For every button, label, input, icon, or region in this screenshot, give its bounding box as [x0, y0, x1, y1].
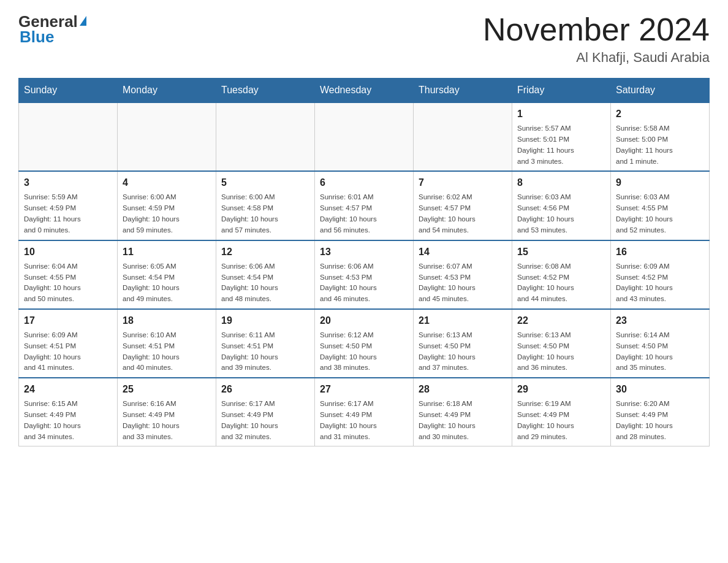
calendar-cell: 24Sunrise: 6:15 AMSunset: 4:49 PMDayligh… — [19, 378, 118, 446]
day-info: Sunrise: 6:06 AMSunset: 4:54 PMDaylight:… — [221, 261, 309, 305]
calendar-cell — [414, 102, 512, 171]
logo-blue-text: Blue — [20, 28, 54, 47]
calendar-cell: 3Sunrise: 5:59 AMSunset: 4:59 PMDaylight… — [19, 171, 118, 240]
calendar-cell: 26Sunrise: 6:17 AMSunset: 4:49 PMDayligh… — [216, 378, 315, 446]
calendar-cell: 8Sunrise: 6:03 AMSunset: 4:56 PMDaylight… — [512, 171, 611, 240]
calendar-cell — [315, 102, 414, 171]
page-header: General Blue November 2024 Al Khafji, Sa… — [18, 12, 710, 66]
day-info: Sunrise: 6:03 AMSunset: 4:55 PMDaylight:… — [616, 192, 704, 236]
day-info: Sunrise: 6:04 AMSunset: 4:55 PMDaylight:… — [24, 261, 112, 305]
day-info: Sunrise: 6:18 AMSunset: 4:49 PMDaylight:… — [419, 399, 507, 442]
title-section: November 2024 Al Khafji, Saudi Arabia — [483, 12, 710, 66]
day-info: Sunrise: 6:03 AMSunset: 4:56 PMDaylight:… — [517, 192, 605, 236]
day-number: 23 — [616, 313, 704, 328]
calendar-cell: 1Sunrise: 5:57 AMSunset: 5:01 PMDaylight… — [512, 102, 611, 171]
calendar-cell: 22Sunrise: 6:13 AMSunset: 4:50 PMDayligh… — [512, 309, 611, 378]
col-header-wednesday: Wednesday — [315, 79, 414, 103]
calendar-cell: 18Sunrise: 6:10 AMSunset: 4:51 PMDayligh… — [118, 309, 216, 378]
logo: General Blue — [18, 12, 86, 47]
calendar-cell: 14Sunrise: 6:07 AMSunset: 4:53 PMDayligh… — [414, 240, 512, 309]
day-info: Sunrise: 6:15 AMSunset: 4:49 PMDaylight:… — [24, 399, 112, 442]
day-info: Sunrise: 5:59 AMSunset: 4:59 PMDaylight:… — [24, 192, 112, 236]
day-info: Sunrise: 5:58 AMSunset: 5:00 PMDaylight:… — [616, 123, 704, 167]
calendar-cell: 11Sunrise: 6:05 AMSunset: 4:54 PMDayligh… — [118, 240, 216, 309]
calendar-cell: 21Sunrise: 6:13 AMSunset: 4:50 PMDayligh… — [414, 309, 512, 378]
day-info: Sunrise: 6:16 AMSunset: 4:49 PMDaylight:… — [123, 399, 211, 442]
day-number: 13 — [320, 245, 408, 259]
day-info: Sunrise: 6:05 AMSunset: 4:54 PMDaylight:… — [123, 261, 211, 305]
day-info: Sunrise: 6:19 AMSunset: 4:49 PMDaylight:… — [517, 399, 605, 442]
col-header-friday: Friday — [512, 79, 611, 103]
day-number: 10 — [24, 245, 112, 259]
day-info: Sunrise: 6:13 AMSunset: 4:50 PMDaylight:… — [419, 330, 507, 373]
day-number: 8 — [517, 175, 605, 190]
week-row-1: 1Sunrise: 5:57 AMSunset: 5:01 PMDaylight… — [19, 102, 710, 171]
day-number: 5 — [221, 175, 309, 190]
day-number: 28 — [419, 382, 507, 397]
day-info: Sunrise: 6:09 AMSunset: 4:51 PMDaylight:… — [24, 330, 112, 373]
day-number: 16 — [616, 245, 704, 259]
calendar-cell: 25Sunrise: 6:16 AMSunset: 4:49 PMDayligh… — [118, 378, 216, 446]
calendar-cell: 5Sunrise: 6:00 AMSunset: 4:58 PMDaylight… — [216, 171, 315, 240]
day-number: 25 — [123, 382, 211, 397]
calendar-cell: 13Sunrise: 6:06 AMSunset: 4:53 PMDayligh… — [315, 240, 414, 309]
calendar-cell — [216, 102, 315, 171]
calendar-cell: 15Sunrise: 6:08 AMSunset: 4:52 PMDayligh… — [512, 240, 611, 309]
day-info: Sunrise: 6:11 AMSunset: 4:51 PMDaylight:… — [221, 330, 309, 373]
day-number: 3 — [24, 175, 112, 190]
day-info: Sunrise: 6:17 AMSunset: 4:49 PMDaylight:… — [320, 399, 408, 442]
calendar-cell: 4Sunrise: 6:00 AMSunset: 4:59 PMDaylight… — [118, 171, 216, 240]
calendar-cell — [118, 102, 216, 171]
calendar-cell: 17Sunrise: 6:09 AMSunset: 4:51 PMDayligh… — [19, 309, 118, 378]
day-number: 2 — [616, 107, 704, 121]
day-number: 19 — [221, 313, 309, 328]
calendar-cell: 30Sunrise: 6:20 AMSunset: 4:49 PMDayligh… — [611, 378, 710, 446]
day-number: 26 — [221, 382, 309, 397]
day-number: 18 — [123, 313, 211, 328]
day-number: 27 — [320, 382, 408, 397]
calendar-cell: 9Sunrise: 6:03 AMSunset: 4:55 PMDaylight… — [611, 171, 710, 240]
day-number: 1 — [517, 107, 605, 121]
header-row: SundayMondayTuesdayWednesdayThursdayFrid… — [19, 79, 710, 103]
day-info: Sunrise: 6:07 AMSunset: 4:53 PMDaylight:… — [419, 261, 507, 305]
calendar-cell — [19, 102, 118, 171]
col-header-monday: Monday — [118, 79, 216, 103]
week-row-2: 3Sunrise: 5:59 AMSunset: 4:59 PMDaylight… — [19, 171, 710, 240]
calendar-cell: 19Sunrise: 6:11 AMSunset: 4:51 PMDayligh… — [216, 309, 315, 378]
day-info: Sunrise: 6:01 AMSunset: 4:57 PMDaylight:… — [320, 192, 408, 236]
day-number: 30 — [616, 382, 704, 397]
week-row-4: 17Sunrise: 6:09 AMSunset: 4:51 PMDayligh… — [19, 309, 710, 378]
day-info: Sunrise: 6:09 AMSunset: 4:52 PMDaylight:… — [616, 261, 704, 305]
calendar-cell: 6Sunrise: 6:01 AMSunset: 4:57 PMDaylight… — [315, 171, 414, 240]
day-number: 7 — [419, 175, 507, 190]
day-info: Sunrise: 6:00 AMSunset: 4:58 PMDaylight:… — [221, 192, 309, 236]
col-header-thursday: Thursday — [414, 79, 512, 103]
logo-triangle-icon — [80, 16, 86, 26]
day-number: 21 — [419, 313, 507, 328]
day-info: Sunrise: 6:12 AMSunset: 4:50 PMDaylight:… — [320, 330, 408, 373]
day-info: Sunrise: 6:02 AMSunset: 4:57 PMDaylight:… — [419, 192, 507, 236]
day-info: Sunrise: 6:00 AMSunset: 4:59 PMDaylight:… — [123, 192, 211, 236]
col-header-saturday: Saturday — [611, 79, 710, 103]
calendar-cell: 10Sunrise: 6:04 AMSunset: 4:55 PMDayligh… — [19, 240, 118, 309]
day-number: 29 — [517, 382, 605, 397]
day-info: Sunrise: 6:17 AMSunset: 4:49 PMDaylight:… — [221, 399, 309, 442]
location-subtitle: Al Khafji, Saudi Arabia — [483, 50, 710, 66]
day-number: 4 — [123, 175, 211, 190]
week-row-5: 24Sunrise: 6:15 AMSunset: 4:49 PMDayligh… — [19, 378, 710, 446]
day-number: 6 — [320, 175, 408, 190]
calendar-cell: 12Sunrise: 6:06 AMSunset: 4:54 PMDayligh… — [216, 240, 315, 309]
calendar-cell: 2Sunrise: 5:58 AMSunset: 5:00 PMDaylight… — [611, 102, 710, 171]
calendar-cell: 16Sunrise: 6:09 AMSunset: 4:52 PMDayligh… — [611, 240, 710, 309]
day-info: Sunrise: 6:20 AMSunset: 4:49 PMDaylight:… — [616, 399, 704, 442]
calendar-cell: 27Sunrise: 6:17 AMSunset: 4:49 PMDayligh… — [315, 378, 414, 446]
day-info: Sunrise: 6:13 AMSunset: 4:50 PMDaylight:… — [517, 330, 605, 373]
day-number: 24 — [24, 382, 112, 397]
calendar-cell: 28Sunrise: 6:18 AMSunset: 4:49 PMDayligh… — [414, 378, 512, 446]
month-year-title: November 2024 — [483, 12, 710, 47]
calendar-cell: 23Sunrise: 6:14 AMSunset: 4:50 PMDayligh… — [611, 309, 710, 378]
day-number: 14 — [419, 245, 507, 259]
day-number: 9 — [616, 175, 704, 190]
day-info: Sunrise: 6:10 AMSunset: 4:51 PMDaylight:… — [123, 330, 211, 373]
day-number: 12 — [221, 245, 309, 259]
